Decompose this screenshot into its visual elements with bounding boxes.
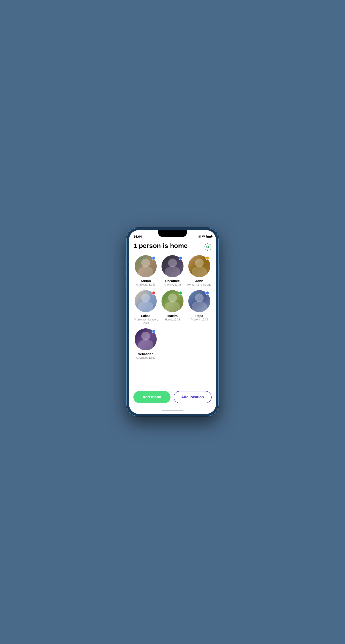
person-item-papa[interactable]: Papa At Work, 12:39 [187, 290, 212, 325]
person-grid: Adrián At Scouts, 12:32 Dorothée At Work… [133, 255, 212, 360]
person-name-sebastien: Sebastien [138, 352, 154, 356]
notch [158, 230, 187, 237]
bottom-bar: Add friend Add location [129, 388, 216, 408]
status-dot-sebastien [152, 329, 156, 333]
signal-icon [197, 235, 201, 238]
avatar-body-papa [192, 301, 207, 312]
avatar-wrapper-sebastien [135, 328, 157, 350]
person-item-dorothee[interactable]: Dorothée At Work, 12:33 [160, 255, 185, 287]
avatar-body-dorothee [165, 266, 180, 277]
person-item-john[interactable]: John Home, >2 hours ago [187, 255, 212, 287]
status-dot-adrian [152, 256, 156, 260]
person-status-john: Home, >2 hours ago [187, 283, 211, 287]
avatar-head-sebastien [141, 332, 150, 340]
avatar-head-papa [195, 294, 204, 302]
avatar-wrapper-john [188, 255, 210, 277]
page-title: 1 person is home [133, 242, 188, 249]
battery-icon [206, 235, 212, 238]
person-name-adrian: Adrián [140, 279, 151, 283]
person-item-maxim[interactable]: Maxim Home, 12:38 [160, 290, 185, 325]
avatar-wrapper-lukas [135, 290, 157, 312]
avatar-wrapper-papa [188, 290, 210, 312]
avatar-head-maxim [168, 294, 177, 302]
avatar-head-dorothee [168, 258, 177, 267]
person-name-dorothee: Dorothée [165, 279, 180, 283]
person-name-maxim: Maxim [167, 314, 178, 318]
person-name-papa: Papa [195, 314, 203, 318]
avatar-wrapper-maxim [162, 290, 183, 312]
settings-icon[interactable] [204, 243, 212, 251]
avatar-body-adrian [138, 266, 153, 277]
status-dot-papa [205, 291, 209, 295]
wifi-icon [202, 235, 205, 238]
avatar-body-john [192, 266, 207, 277]
status-dot-maxim [179, 291, 183, 295]
phone-screen: 14:04 [129, 230, 216, 414]
avatar-body-sebastien [138, 339, 153, 350]
status-dot-john [205, 256, 209, 260]
person-status-dorothee: At Work, 12:33 [164, 283, 181, 287]
person-status-papa: At Work, 12:39 [191, 318, 208, 322]
svg-point-0 [207, 246, 209, 248]
person-status-sebastien: At School, 12:50 [136, 356, 155, 360]
avatar-body-maxim [165, 301, 180, 312]
status-dot-lukas [152, 291, 156, 295]
phone-frame: 14:04 [126, 228, 219, 416]
avatar-head-lukas [141, 294, 150, 302]
person-item-lukas[interactable]: Lukas At unknown location, 14:04 [133, 290, 158, 325]
add-location-button[interactable]: Add location [174, 391, 212, 403]
home-indicator [129, 408, 216, 414]
person-item-sebastien[interactable]: Sebastien At School, 12:50 [133, 328, 158, 360]
status-dot-dorothee [179, 256, 183, 260]
person-status-adrian: At Scouts, 12:32 [136, 283, 155, 287]
avatar-head-john [195, 258, 204, 267]
person-status-lukas: At unknown location, 14:04 [133, 318, 158, 325]
status-time: 14:04 [133, 234, 142, 238]
page-header: 1 person is home [133, 242, 212, 251]
main-content: 1 person is home Adrián At Sco [129, 240, 216, 388]
person-name-lukas: Lukas [141, 314, 150, 318]
status-icons [197, 235, 212, 238]
person-status-maxim: Home, 12:38 [165, 318, 180, 322]
person-item-adrian[interactable]: Adrián At Scouts, 12:32 [133, 255, 158, 287]
avatar-head-adrian [141, 258, 150, 267]
avatar-wrapper-adrian [135, 255, 157, 277]
person-name-john: John [195, 279, 203, 283]
home-bar [162, 410, 183, 411]
avatar-wrapper-dorothee [162, 255, 183, 277]
add-friend-button[interactable]: Add friend [133, 391, 171, 403]
avatar-body-lukas [138, 301, 153, 312]
